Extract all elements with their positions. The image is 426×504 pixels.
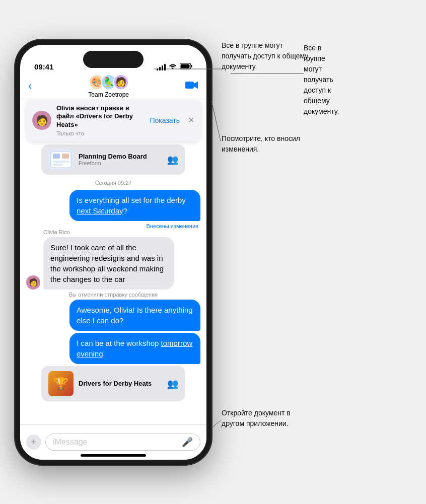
plus-icon: + <box>31 437 37 448</box>
message-bubble-outgoing-1[interactable]: Is everything all set for the derby next… <box>69 190 200 221</box>
input-placeholder: iMessage <box>53 438 179 447</box>
svg-rect-1 <box>191 65 192 67</box>
link-next-saturday[interactable]: next Saturday <box>77 206 123 215</box>
notif-title: Olivia вносит правки в файл «Drivers for… <box>56 104 145 130</box>
collab-icon: 👥 <box>167 154 178 165</box>
status-icons <box>157 63 192 71</box>
notif-close-button[interactable]: ✕ <box>188 115 194 125</box>
message-row: I can be at the workshop tomorrow evenin… <box>26 333 200 364</box>
message-row: Is everything all set for the derby next… <box>26 190 200 221</box>
message-row: 🧑 Sure! I took care of all the engineeri… <box>26 237 200 290</box>
svg-rect-7 <box>62 154 69 159</box>
doc-info: Planning Demo Board Freeform <box>79 153 162 166</box>
svg-line-12 <box>211 420 221 428</box>
unsent-label: Вы отменили отправку сообщения <box>26 292 200 298</box>
signal-icon <box>157 63 166 70</box>
notification-banner[interactable]: 🧑 Olivia вносит правки в файл «Drivers f… <box>26 99 200 142</box>
message-bubble-outgoing-3[interactable]: I can be at the workshop tomorrow evenin… <box>69 333 200 364</box>
svg-rect-8 <box>53 161 69 163</box>
nav-bar: ‹ 🎨 🦜 🧑 Team Zoetrope <box>20 74 206 99</box>
avatar-3: 🧑 <box>113 74 129 90</box>
annotation-top-right: Все в группе могут получать доступ к общ… <box>304 44 339 115</box>
bottom-doc-info: Drivers for Derby Heats <box>79 380 162 387</box>
svg-rect-9 <box>53 164 63 166</box>
message-row: Awesome, Olivia! Is there anything else … <box>26 300 200 331</box>
message-bubble-outgoing-2[interactable]: Awesome, Olivia! Is there anything else … <box>69 300 200 331</box>
add-attachment-button[interactable]: + <box>26 435 41 450</box>
notif-content: Olivia вносит правки в файл «Drivers for… <box>56 104 145 137</box>
svg-marker-4 <box>194 82 198 89</box>
nav-center[interactable]: 🎨 🦜 🧑 Team Zoetrope <box>88 74 129 98</box>
incoming-avatar: 🧑 <box>26 275 40 290</box>
svg-rect-3 <box>185 82 194 89</box>
dynamic-island <box>83 51 144 68</box>
svg-line-11 <box>211 101 221 141</box>
annotation-open-doc: Откройте документ в другом приложении. <box>222 408 310 429</box>
doc-app: Freeform <box>79 160 162 166</box>
sender-name: Olivia Rico <box>43 229 200 235</box>
messages-area[interactable]: Planning Demo Board Freeform 👥 Сегодня 0… <box>20 99 206 424</box>
bottom-doc-title: Drivers for Derby Heats <box>79 380 162 387</box>
annotation-who-edited: Посмотрите, кто вносил изменения. <box>222 133 310 155</box>
message-bubble-incoming-1[interactable]: Sure! I took care of all the engineering… <box>43 237 174 290</box>
bottom-doc-thumb: 🏆 <box>48 371 74 396</box>
video-call-button[interactable] <box>185 81 198 92</box>
edited-label: Внесены изменения <box>26 223 198 229</box>
back-button[interactable]: ‹ <box>28 80 32 93</box>
link-tomorrow-evening[interactable]: tomorrow evening <box>77 339 192 358</box>
annotation-group-access: Все в группе могут получать доступ к общ… <box>222 40 310 72</box>
bottom-collab-icon: 👥 <box>167 378 178 389</box>
bottom-doc-card[interactable]: 🏆 Drivers for Derby Heats 👥 <box>41 366 185 401</box>
doc-title: Planning Demo Board <box>79 153 162 160</box>
home-indicator <box>81 454 146 457</box>
mic-button[interactable]: 🎤 <box>182 437 193 448</box>
wifi-icon <box>169 63 177 70</box>
message-input[interactable]: iMessage 🎤 <box>45 434 200 451</box>
group-name: Team Zoetrope <box>88 91 129 98</box>
svg-rect-6 <box>53 154 60 159</box>
notif-show-button[interactable]: Показать <box>150 116 180 124</box>
notif-subtitle: Только что <box>56 130 145 136</box>
svg-rect-2 <box>181 64 190 68</box>
doc-thumbnail <box>48 150 74 170</box>
shared-doc-card[interactable]: Planning Demo Board Freeform 👥 <box>41 145 185 175</box>
status-time: 09:41 <box>34 62 53 71</box>
timestamp: Сегодня 09:27 <box>26 180 200 186</box>
nav-avatars: 🎨 🦜 🧑 <box>89 74 129 90</box>
notif-avatar: 🧑 <box>32 111 51 130</box>
battery-icon <box>180 63 192 71</box>
phone-frame: 09:41 ‹ 🎨 <box>15 40 211 465</box>
